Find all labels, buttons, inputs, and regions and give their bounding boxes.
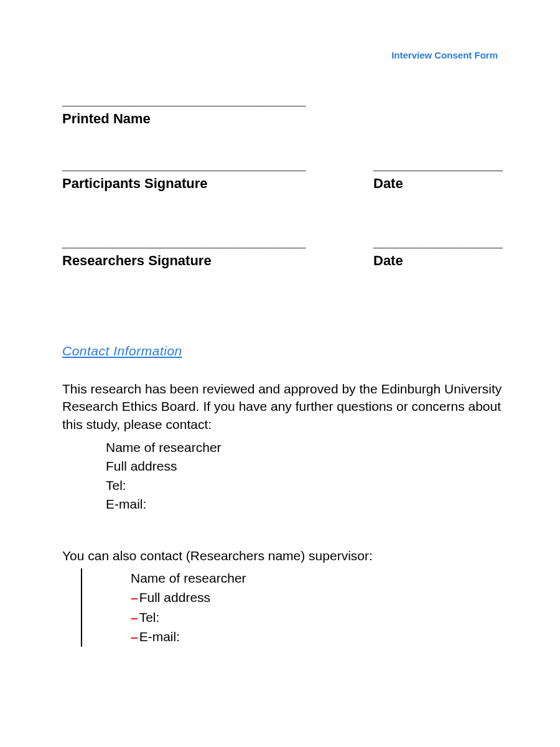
printed-name-row: ________________________________ Printed…	[62, 93, 510, 127]
dash-icon: –	[131, 590, 138, 604]
supervisor-address-line: –Full address	[131, 588, 246, 608]
researcher-signature-label: Researchers Signature	[62, 253, 324, 269]
contact-heading: Contact Information	[62, 344, 510, 359]
participant-date-label: Date	[373, 176, 510, 192]
participant-signature-row: ________________________________ Partici…	[62, 158, 510, 192]
researcher-email-line: E-mail:	[106, 495, 510, 514]
participant-signature-line[interactable]: ________________________________	[62, 158, 324, 172]
researcher-name-line: Name of researcher	[106, 438, 510, 457]
researcher-address-line: Full address	[106, 457, 510, 476]
dash-icon: –	[131, 629, 138, 644]
researcher-signature-row: ________________________________ Researc…	[62, 235, 510, 269]
supervisor-block: Name of researcher –Full address –Tel: –…	[62, 568, 510, 647]
participant-date-line[interactable]: _________________	[373, 158, 510, 172]
form-title: Interview Consent Form	[391, 50, 498, 60]
researcher-contact-block: Name of researcher Full address Tel: E-m…	[62, 438, 510, 514]
supervisor-tel-line: –Tel:	[131, 608, 246, 627]
printed-name-label: Printed Name	[62, 111, 324, 127]
supervisor-intro: You can also contact (Researchers name) …	[62, 548, 510, 563]
researcher-date-label: Date	[373, 253, 510, 269]
contact-intro: This research has been reviewed and appr…	[62, 380, 510, 433]
researcher-signature-line[interactable]: ________________________________	[62, 235, 324, 249]
supervisor-name-line: Name of researcher	[131, 568, 246, 588]
revision-bar	[81, 568, 82, 647]
researcher-tel-line: Tel:	[106, 476, 510, 495]
consent-form-page: Interview Consent Form _________________…	[0, 0, 560, 684]
dash-icon: –	[131, 610, 138, 624]
participant-signature-label: Participants Signature	[62, 176, 324, 192]
supervisor-email-line: –E-mail:	[131, 627, 246, 647]
supervisor-contact-block: Name of researcher –Full address –Tel: –…	[106, 568, 246, 647]
signature-section: ________________________________ Printed…	[62, 93, 510, 269]
researcher-date-line[interactable]: _________________	[373, 235, 510, 249]
printed-name-line[interactable]: ________________________________	[62, 93, 324, 107]
